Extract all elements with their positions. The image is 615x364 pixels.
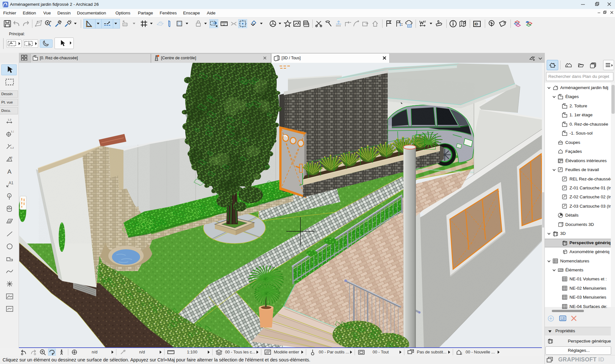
svg-text:12: 12 <box>223 23 225 26</box>
svg-text:A1: A1 <box>9 181 13 185</box>
svg-text:α: α <box>11 156 12 159</box>
svg-text:1.2: 1.2 <box>8 118 12 121</box>
svg-text:A: A <box>7 168 12 175</box>
svg-text:1: 1 <box>9 194 10 197</box>
svg-text:ID: ID <box>475 22 478 26</box>
svg-text:1.2: 1.2 <box>10 146 14 149</box>
svg-text:XY: XY <box>123 23 127 26</box>
svg-text:1.2: 1.2 <box>11 130 14 133</box>
